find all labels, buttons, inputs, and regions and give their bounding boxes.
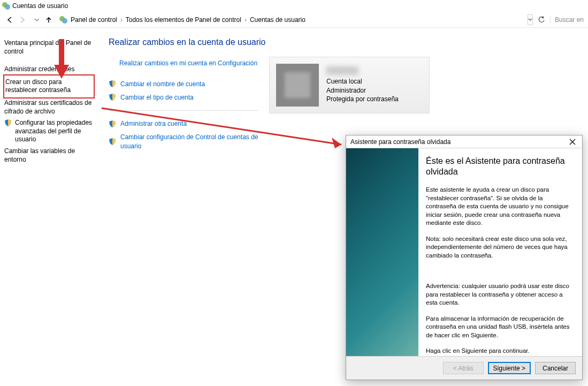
svg-point-1 [5, 4, 10, 10]
user-name-redacted [326, 66, 358, 75]
wizard-heading: Éste es el Asistente para contraseña olv… [426, 156, 575, 177]
task-config-settings[interactable]: Realizar cambios en mi cuenta en Configu… [119, 57, 258, 70]
chevron-right-icon[interactable]: › [245, 16, 247, 24]
user-avatar [276, 64, 319, 107]
refresh-button[interactable] [536, 14, 547, 25]
sidebar-item-credentials[interactable]: Administrar credenciales [4, 64, 94, 75]
wizard-paragraph: Advertencia: cualquier usuario podrá usa… [426, 282, 575, 307]
search-input[interactable]: Buscar en [550, 16, 584, 24]
wizard-paragraph: Haga clic en Siguiente para continuar. [426, 347, 575, 355]
nav-bar: Panel de control › Todos los elementos d… [0, 12, 588, 28]
chevron-right-icon[interactable]: › [120, 16, 123, 24]
wizard-dialog: Asistente para contraseña olvidada Éste … [346, 135, 583, 380]
wizard-content: Éste es el Asistente para contraseña olv… [418, 148, 582, 356]
wizard-title-bar: Asistente para contraseña olvidada [346, 135, 582, 148]
task-list: Realizar cambios en mi cuenta en Configu… [109, 57, 258, 153]
window-title-bar: Cuentas de usuario [0, 0, 588, 12]
svg-point-3 [62, 18, 67, 24]
back-button[interactable] [4, 14, 16, 26]
wizard-paragraph: Nota: solo necesitará crear este disco u… [426, 235, 575, 260]
forward-button [16, 14, 28, 26]
close-icon [569, 139, 576, 145]
up-button[interactable] [43, 14, 55, 26]
sidebar: Ventana principal del Panel de control A… [4, 37, 98, 165]
breadcrumb[interactable]: Panel de control › Todos los elementos d… [59, 16, 528, 24]
next-button[interactable]: Siguiente > [488, 362, 531, 374]
shield-icon [109, 80, 117, 88]
page-heading: Realizar cambios en la cuenta de usuario [109, 37, 584, 47]
breadcrumb-item-2[interactable]: Cuentas de usuario [250, 16, 306, 24]
close-button[interactable] [565, 137, 580, 147]
wizard-paragraph: Para almacenar la información de recuper… [426, 315, 575, 340]
sidebar-item-certificates[interactable]: Administrar sus certificados de cifrado … [4, 97, 94, 117]
wizard-title: Asistente para contraseña olvidada [350, 138, 450, 146]
task-change-type[interactable]: Cambiar el tipo de cuenta [109, 91, 258, 104]
wizard-side-image [346, 148, 418, 356]
recent-locations-button[interactable] [31, 14, 43, 26]
cancel-button[interactable]: Cancelar [535, 362, 576, 374]
sidebar-item-advanced-profile[interactable]: Configurar las propiedades avanzadas del… [4, 117, 94, 146]
task-uac-config[interactable]: Cambiar configuración de Control de cuen… [109, 131, 258, 153]
breadcrumb-item-1[interactable]: Todos los elementos de Panel de control [126, 16, 241, 24]
window-title: Cuentas de usuario [12, 2, 68, 10]
user-protected: Protegida por contraseña [326, 95, 399, 104]
shield-icon [109, 93, 117, 102]
wizard-paragraph: Este asistente le ayuda a crear un disco… [426, 186, 575, 228]
back-button: < Atrás [443, 362, 484, 374]
shield-icon [109, 138, 117, 146]
app-icon [2, 2, 10, 10]
user-role: Administrador [326, 86, 399, 95]
task-manage-other[interactable]: Administrar otra cuenta [109, 117, 258, 131]
breadcrumb-item-0[interactable]: Panel de control [71, 16, 117, 24]
sidebar-item-env-vars[interactable]: Cambiar las variables de entorno [4, 146, 94, 165]
control-panel-icon [59, 16, 67, 24]
user-info: Cuenta local Administrador Protegida por… [326, 66, 399, 104]
address-bar-dropdown[interactable] [528, 14, 533, 25]
sidebar-item-reset-disk[interactable]: Crear un disco para restablecer contrase… [3, 74, 95, 99]
shield-icon [109, 120, 117, 128]
wizard-footer: < Atrás Siguiente > Cancelar [346, 356, 582, 380]
user-account-type: Cuenta local [326, 77, 399, 86]
user-card: Cuenta local Administrador Protegida por… [269, 57, 430, 113]
shield-icon [4, 119, 13, 127]
sidebar-item-home[interactable]: Ventana principal del Panel de control [4, 37, 94, 57]
task-change-name[interactable]: Cambiar el nombre de cuenta [109, 78, 258, 91]
